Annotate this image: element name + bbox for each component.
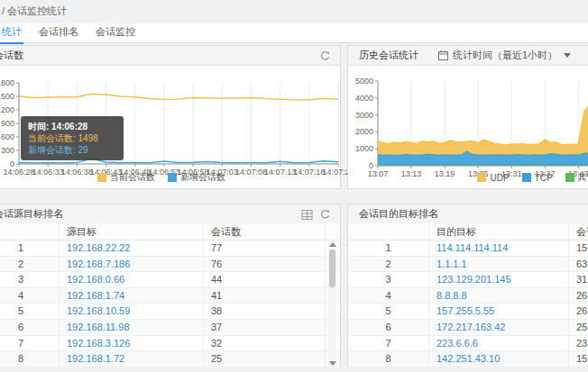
- table-row: 2192.168.7.18676: [0, 257, 340, 273]
- legend-item-other[interactable]: 其它: [565, 171, 588, 184]
- ip-link[interactable]: 192.168.11.98: [67, 322, 130, 332]
- legend-item-tcp[interactable]: TCP: [522, 171, 553, 184]
- svg-text:1800: 1800: [0, 78, 14, 87]
- table-cell: 8: [0, 351, 60, 367]
- tab-session-monitor[interactable]: 会话监控: [94, 23, 137, 42]
- table-cell: 23: [569, 336, 588, 351]
- history-sessions-panel: 历史会话统计 统计时间（最近1小时） 13:0713:1313:1913:251…: [347, 45, 588, 189]
- ip-link[interactable]: 192.168.10.59: [67, 305, 130, 316]
- table-cell: 172.217.163.42: [429, 320, 569, 335]
- column-header-source: 源目标: [60, 223, 204, 240]
- legend-label: 当前会话数: [110, 171, 155, 184]
- ip-link[interactable]: 192.168.22.22: [67, 242, 130, 253]
- scroll-up-icon[interactable]: [329, 242, 336, 247]
- ip-link[interactable]: 172.217.163.42: [436, 322, 505, 332]
- table-row: 3123.129.201.14531: [348, 272, 588, 288]
- table-cell: 2: [0, 257, 60, 272]
- table-header-row: 源目标 会话数: [0, 223, 340, 240]
- table-cell: 4: [0, 288, 60, 304]
- panel-header: 会话目的目标排名: [348, 204, 588, 224]
- table-cell: 223.6.6.6: [429, 336, 569, 351]
- time-filter-dropdown[interactable]: 统计时间（最近1小时）: [438, 46, 571, 65]
- legend-swatch: [168, 173, 177, 182]
- table-view-icon[interactable]: [301, 208, 313, 220]
- session-monitor-dashboard: / 会话监控统计 统计 会话排名 会话监控 会话数 14:06:2814:06:…: [0, 0, 588, 372]
- table-cell: 5: [0, 304, 60, 319]
- table-cell: 1: [348, 240, 429, 256]
- table-row: 1114.114.114.11415: [348, 240, 588, 257]
- panel-title: 历史会话统计: [359, 46, 418, 65]
- svg-text:4000: 4000: [355, 94, 373, 103]
- refresh-icon[interactable]: [319, 208, 331, 220]
- table-row: 48.8.8.826: [348, 288, 588, 304]
- table-cell: 1.1.1.1: [429, 257, 569, 272]
- svg-text:600: 600: [1, 132, 14, 141]
- svg-text:3000: 3000: [355, 111, 373, 120]
- table-cell: 192.168.0.66: [60, 272, 204, 287]
- table-cell: 6: [348, 320, 429, 335]
- table-cell: 4: [348, 288, 429, 304]
- calendar-icon: [438, 50, 448, 60]
- ip-link[interactable]: 142.251.43.10: [436, 353, 500, 364]
- column-header-rank: [348, 223, 429, 240]
- ip-link[interactable]: 192.168.1.74: [67, 290, 124, 301]
- ip-link[interactable]: 157.255.5.55: [436, 305, 494, 316]
- table-cell: 38: [204, 304, 326, 319]
- ip-link[interactable]: 114.114.114.114: [436, 242, 508, 253]
- table-cell: 41: [204, 288, 326, 304]
- svg-text:300: 300: [1, 146, 14, 155]
- svg-text:5000: 5000: [355, 77, 373, 86]
- table-cell: 192.168.22.22: [60, 240, 204, 256]
- ip-link[interactable]: 223.6.6.6: [436, 338, 478, 349]
- ip-link[interactable]: 192.168.3.126: [67, 338, 130, 349]
- ip-link[interactable]: 123.129.201.145: [436, 274, 511, 285]
- table-row: 3192.168.0.6644: [0, 272, 340, 288]
- table-header-row: 目的目标 会话数: [348, 223, 588, 240]
- legend: UDP TCP 其它: [348, 171, 588, 184]
- scroll-down-icon[interactable]: [329, 361, 336, 366]
- table-cell: 25: [204, 351, 326, 367]
- svg-text:900: 900: [1, 119, 14, 128]
- table-cell: 7: [348, 336, 429, 351]
- table-cell: 192.168.1.74: [60, 288, 204, 304]
- legend-item-current[interactable]: 当前会话数: [97, 171, 155, 184]
- legend-label: 新增会话数: [180, 171, 225, 184]
- panel-title: 会话源目标排名: [0, 204, 63, 223]
- table-cell: 26: [569, 288, 588, 304]
- table-cell: 3: [0, 272, 60, 287]
- table-cell: 32: [204, 336, 326, 351]
- tab-session-ranking[interactable]: 会话排名: [37, 23, 80, 42]
- table-cell: 76: [204, 257, 326, 272]
- ip-link[interactable]: 8.8.8.8: [436, 290, 467, 301]
- ip-link[interactable]: 192.168.7.186: [67, 259, 130, 269]
- table-cell: 3: [348, 272, 429, 287]
- legend-label: TCP: [535, 173, 553, 183]
- table-cell: 15: [569, 240, 588, 256]
- table-row: 4192.168.1.7441: [0, 288, 340, 304]
- panel-header: 历史会话统计 统计时间（最近1小时）: [348, 46, 588, 66]
- tab-statistics[interactable]: 统计: [0, 23, 23, 44]
- table-row: 7192.168.3.12632: [0, 336, 340, 352]
- legend-item-udp[interactable]: UDP: [477, 171, 509, 184]
- svg-text:0: 0: [369, 161, 373, 170]
- scrollbar-thumb[interactable]: [329, 250, 335, 287]
- ip-link[interactable]: 192.168.0.66: [67, 274, 124, 285]
- ip-link[interactable]: 192.168.1.72: [67, 353, 124, 364]
- panel-header: 会话源目标排名: [0, 204, 340, 224]
- table-cell: 192.168.1.72: [60, 351, 204, 367]
- table-cell: 7: [0, 336, 60, 351]
- table-row: 21.1.1.163: [348, 257, 588, 273]
- table-cell: 26: [569, 304, 588, 319]
- table-cell: 37: [204, 320, 326, 335]
- table-row: 6172.217.163.4225: [348, 320, 588, 336]
- scrollbar[interactable]: [328, 240, 336, 367]
- legend-item-new[interactable]: 新增会话数: [168, 171, 225, 184]
- realtime-sessions-panel: 会话数 14:06:2814:06:3314:06:3814:06:4314:0…: [0, 45, 341, 189]
- legend-swatch: [522, 173, 531, 182]
- table-cell: 77: [204, 240, 326, 256]
- refresh-icon[interactable]: [319, 50, 331, 61]
- svg-text:1000: 1000: [355, 144, 373, 153]
- ip-link[interactable]: 1.1.1.1: [436, 259, 467, 269]
- svg-text:2000: 2000: [355, 127, 373, 136]
- legend-swatch: [477, 173, 486, 182]
